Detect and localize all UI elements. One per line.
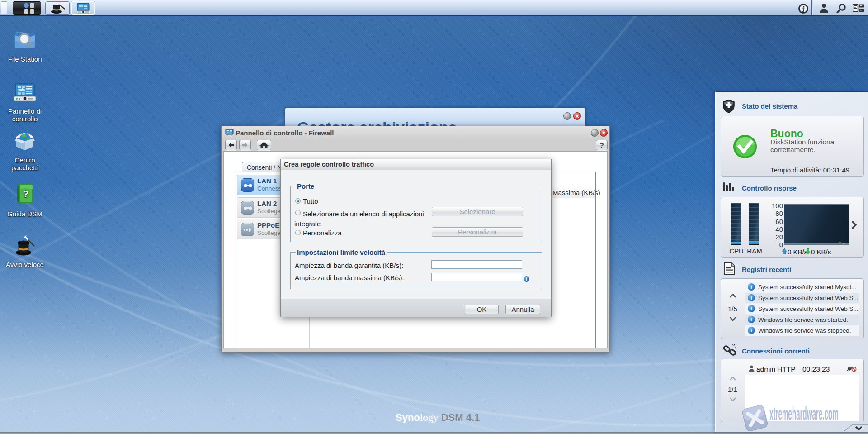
svg-text:?: ?: [23, 188, 28, 200]
